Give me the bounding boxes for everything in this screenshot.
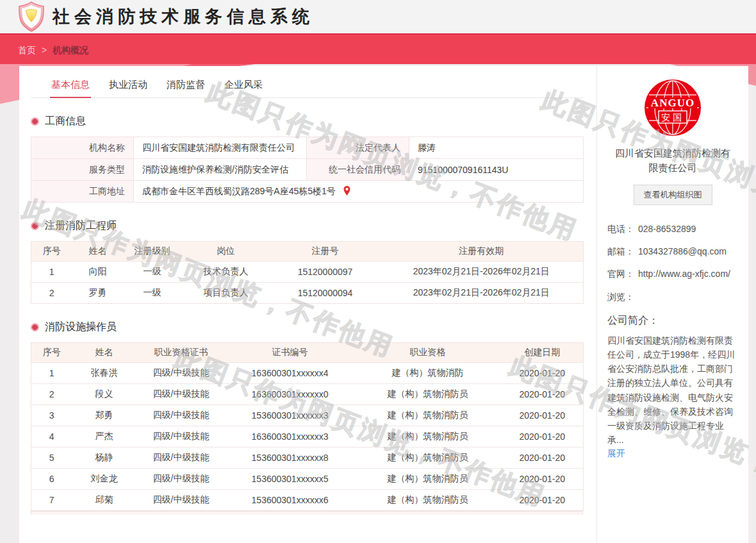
contact-block: 电话： 028-86532899 邮箱： 1034327886@qq.com 官… (607, 222, 738, 305)
cell: 建（构）筑物消防员 (354, 426, 502, 447)
map-pin-icon[interactable] (342, 188, 352, 198)
view-org-chart-button[interactable]: 查看机构组织图 (634, 185, 712, 205)
page-title: 社会消防技术服务信息系统 (53, 5, 314, 28)
cell: 15120000097 (271, 262, 380, 283)
email-row: 邮箱： 1034327886@qq.com (607, 244, 738, 258)
credit-code-value: 91510000709161143U (409, 159, 584, 181)
table-row: 4 严杰 四级/中级技能 163600301xxxxxx3 建（构）筑物消防员 … (31, 426, 584, 447)
company-intro-title: 公司简介： (607, 314, 738, 328)
breadcrumb: 首页 > 机构概况 (18, 45, 88, 56)
main-column: 基本信息 执业活动 消防监督 企业风采 工商信息 机构名称 四川省安国建筑消防检… (19, 66, 597, 543)
cell: 建（构）筑物消防员 (354, 405, 502, 426)
views-row: 浏览： (607, 290, 738, 304)
cell: 163600301xxxxxx0 (226, 384, 354, 405)
tab-practice-activity[interactable]: 执业活动 (108, 74, 149, 97)
cell: 向阳 (72, 262, 124, 283)
section-bullet-icon (31, 323, 39, 331)
address-cell: 成都市金牛区羊西线蜀汉路289号A座45栋5楼1号 (134, 181, 584, 203)
cell: 项目负责人 (181, 283, 271, 304)
col-validity: 注册有效期 (380, 242, 584, 262)
table-row: 5 杨静 四级/中级技能 153600301xxxxxx8 建（构）筑物消防员 … (31, 447, 584, 469)
business-info-table: 机构名称 四川省安国建筑消防检测有限责任公司 法定代表人 滕涛 服务类型 消防设… (31, 137, 584, 203)
cell: 四级/中级技能 (136, 469, 226, 490)
cell: 一级 (124, 283, 181, 304)
section-bullet-icon (31, 117, 39, 126)
breadcrumb-band: 首页 > 机构概况 (0, 33, 756, 64)
company-intro-text: 四川省安国建筑消防检测有限责任公司，成立于1998年，经四川省公安消防总队批准，… (607, 333, 738, 447)
content-card: 基本信息 执业活动 消防监督 企业风采 工商信息 机构名称 四川省安国建筑消防检… (19, 66, 748, 543)
cell: 四级/中级技能 (136, 426, 226, 447)
section-title-text: 消防设施操作员 (45, 321, 117, 334)
cell: 163600301xxxxxx3 (226, 426, 354, 447)
table-row: 6 刘金龙 四级/中级技能 153600301xxxxxx5 建（构）筑物消防员… (31, 469, 584, 490)
cell: 一级 (124, 262, 181, 283)
col-seq: 序号 (31, 242, 72, 262)
website-label: 官网： (607, 267, 638, 281)
cell: 张春洪 (72, 363, 136, 384)
col-cert-no: 证书编号 (226, 343, 354, 363)
cell: 153600301xxxxxx8 (226, 447, 354, 469)
col-level: 注册级别 (124, 242, 181, 262)
section-business-info: 工商信息 (31, 115, 596, 128)
service-type-value: 消防设施维护保养检测/消防安全评估 (134, 159, 307, 181)
cell: 15120000094 (271, 283, 380, 304)
legal-rep-label: 法定代表人 (307, 137, 409, 159)
table-row: 2 段义 四级/中级技能 163600301xxxxxx0 建（构）筑物消防员 … (31, 384, 584, 405)
company-logo: ANGUO 安国 (644, 79, 702, 137)
cell: 建（构）筑物消防员 (354, 469, 502, 490)
cell: 四级/中级技能 (136, 490, 226, 511)
expand-link[interactable]: 展开 (607, 448, 625, 460)
cell: 2020-01-20 (502, 490, 584, 511)
address-label: 工商地址 (31, 181, 134, 203)
tab-company-showcase[interactable]: 企业风采 (223, 74, 264, 97)
address-value: 成都市金牛区羊西线蜀汉路289号A座45栋5楼1号 (142, 186, 336, 196)
breadcrumb-current: 机构概况 (53, 45, 88, 55)
phone-value: 028-86532899 (638, 222, 696, 236)
svg-text:ANGUO: ANGUO (651, 97, 694, 109)
col-seq: 序号 (31, 343, 72, 363)
table-row: 机构名称 四川省安国建筑消防检测有限责任公司 法定代表人 滕涛 (31, 137, 584, 159)
table-row: 2 罗勇 一级 项目负责人 15120000094 2023年02月21日-20… (31, 283, 584, 304)
cell: 邱菊 (72, 490, 136, 511)
cell: 四级/中级技能 (136, 363, 226, 384)
credit-code-label: 统一社会信用代码 (307, 159, 409, 181)
tab-basic-info[interactable]: 基本信息 (50, 74, 91, 98)
col-reg-no: 注册号 (271, 242, 380, 262)
table-header-row: 序号 姓名 职业资格证书 证书编号 职业资格 创建日期 (31, 343, 584, 363)
website-link[interactable]: http://www.ag-xfjc.com/ (638, 267, 730, 281)
operators-table: 序号 姓名 职业资格证书 证书编号 职业资格 创建日期 1 张春洪 四级/中级技… (31, 342, 584, 511)
col-position: 岗位 (181, 242, 271, 262)
cell: 7 (31, 490, 72, 511)
cell: 建（构）筑物消防员 (354, 447, 502, 469)
cell: 郑勇 (72, 405, 136, 426)
cell: 刘金龙 (72, 469, 136, 490)
section-facility-operators: 消防设施操作员 (31, 321, 596, 334)
col-name: 姓名 (72, 242, 124, 262)
cell: 153600301xxxxxx5 (226, 469, 354, 490)
phone-row: 电话： 028-86532899 (607, 222, 738, 236)
cell: 技术负责人 (181, 262, 271, 283)
svg-text:安国: 安国 (661, 112, 684, 122)
service-type-label: 服务类型 (31, 159, 134, 181)
cell: 2023年02月21日-2026年02月21日 (380, 262, 584, 283)
email-value: 1034327886@qq.com (638, 244, 727, 258)
cell: 163600301xxxxxx4 (226, 363, 354, 384)
cell: 2 (31, 283, 72, 304)
section-title-text: 注册消防工程师 (45, 219, 117, 233)
phone-label: 电话： (607, 222, 638, 236)
col-qualification: 职业资格 (354, 343, 502, 363)
table-header-row: 序号 姓名 注册级别 岗位 注册号 注册有效期 (31, 242, 584, 262)
tab-fire-supervision[interactable]: 消防监督 (165, 74, 206, 97)
cell: 段义 (72, 384, 136, 405)
cell: 153600301xxxxxx6 (226, 490, 354, 511)
table-row: 3 郑勇 四级/中级技能 153600301xxxxxx3 建（构）筑物消防员 … (31, 405, 584, 426)
legal-rep-value: 滕涛 (409, 137, 584, 159)
cell: 153600301xxxxxx3 (226, 405, 354, 426)
cell: 罗勇 (72, 283, 124, 304)
cell: 四级/中级技能 (136, 384, 226, 405)
app-header: 社会消防技术服务信息系统 (0, 0, 756, 33)
breadcrumb-separator: > (42, 45, 47, 55)
breadcrumb-home-link[interactable]: 首页 (18, 45, 36, 55)
cell: 2020-01-20 (502, 363, 584, 384)
cell: 1 (31, 363, 72, 384)
